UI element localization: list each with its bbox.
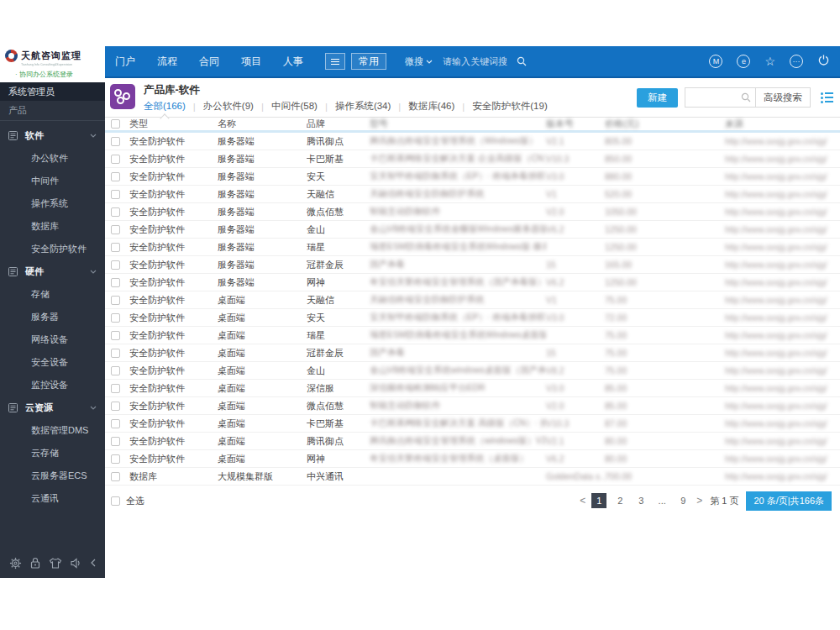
cell-version: 15 [546,260,605,270]
cell-model: 国产杀毒 [370,259,546,270]
sidebar-section-product[interactable]: 产品 [0,101,105,120]
company-subtitle: Tianhang Info Consulting&Supervision [21,62,92,66]
row-checkbox[interactable] [111,243,120,252]
advanced-search-button[interactable]: 高级搜索 [755,88,810,107]
select-all-checkbox[interactable] [111,496,120,506]
table-search-input[interactable] [685,89,741,106]
nav-item-4[interactable]: 人事 [283,55,303,69]
tab-4[interactable]: 数据库(46) [408,100,454,113]
sidebar-item-0-2[interactable]: 操作系统 [0,192,105,215]
cell-type: 安全防护软件 [129,294,218,307]
cell-version: V10.3 [546,418,605,428]
theme-shirt-icon[interactable] [49,557,62,570]
sidebar-group-0[interactable]: 软件 [0,124,105,147]
row-checkbox[interactable] [111,190,120,199]
more-ellipsis-icon[interactable]: ··· [790,55,803,68]
sound-speaker-icon[interactable] [70,557,83,570]
power-logout-icon[interactable] [817,54,830,70]
sidebar-item-0-0[interactable]: 办公软件 [0,147,105,170]
row-checkbox[interactable] [111,331,120,340]
row-checkbox[interactable] [111,402,120,411]
row-checkbox[interactable] [111,260,120,270]
cell-source: http://www.sxxjg.gov.cn/xjg/ [725,225,840,234]
sidebar-item-0-1[interactable]: 中间件 [0,170,105,192]
nav-item-2[interactable]: 合同 [199,55,219,69]
cell-model: 奇安信天擎终端安全管理系统（桌面版） [370,453,546,465]
wesearch-dropdown[interactable]: 微搜 [405,55,433,68]
tab-separator: | [462,102,465,112]
page-button-3[interactable]: 3 [633,493,648,508]
row-checkbox[interactable] [111,207,120,217]
row-checkbox[interactable] [111,296,120,305]
cell-model: 深信服终端检测响应平台EDR [370,382,546,394]
sidebar-group-2[interactable]: 云资源 [0,396,105,419]
cell-model: 金山V8终端安全系统windows桌面版（国产杀毒） [370,365,546,376]
collapse-chevron-icon[interactable] [91,559,96,567]
row-checkbox[interactable] [111,278,120,287]
prev-page-button[interactable]: < [580,495,585,507]
tab-2[interactable]: 中间件(58) [271,100,318,113]
cell-name: 桌面端 [218,312,307,324]
nav-hamburger-button[interactable] [325,53,345,70]
tab-1[interactable]: 办公软件(9) [203,100,254,113]
page-button-2[interactable]: 2 [612,493,627,508]
header-checkbox[interactable] [111,119,120,129]
sidebar-item-0-4[interactable]: 安全防护软件 [0,238,105,260]
next-page-button[interactable]: > [696,495,702,507]
cell-name: 服务器端 [218,223,307,236]
table-row: 安全防护软件服务器端安天安天智甲终端防御系统（EP）· 终端杀毒授权版V3.08… [105,168,840,186]
settings-gear-icon[interactable] [9,557,22,570]
nav-item-1[interactable]: 流程 [157,55,177,69]
column-header-2: 品牌 [307,118,370,130]
tab-5[interactable]: 安全防护软件(19) [472,100,547,113]
page-size-badge[interactable]: 20 条/页|共166条 [746,491,832,511]
sidebar-item-1-2[interactable]: 网络设备 [0,328,105,351]
row-checkbox[interactable] [111,155,120,164]
row-checkbox[interactable] [111,137,120,146]
row-checkbox[interactable] [111,437,120,446]
sidebar-item-1-3[interactable]: 安全设备 [0,351,105,374]
cell-price: 1250.00 [605,242,725,252]
nav-item-0[interactable]: 门户 [115,55,135,69]
sidebar-group-1[interactable]: 硬件 [0,260,105,283]
wesearch-label: 微搜 [405,55,423,68]
row-checkbox[interactable] [111,313,120,323]
category-tabs: 全部(166)|办公软件(9)|中间件(58)|操作系统(34)|数据库(46)… [144,100,548,113]
sidebar-item-2-3[interactable]: 云通讯 [0,487,105,510]
m-badge-icon[interactable]: M [709,55,722,68]
lock-icon[interactable] [29,557,41,570]
table-row: 安全防护软件服务器端冠群金辰国产杀毒15165.00http://www.sxx… [105,256,840,274]
nav-item-3[interactable]: 项目 [241,55,261,69]
sidebar-item-1-4[interactable]: 监控设备 [0,374,105,396]
table-row: 安全防护软件桌面端微点佰慧智能主动防御软件V2.085.00http://www… [105,397,840,415]
search-icon[interactable] [517,56,527,66]
table-row: 安全防护软件桌面端瑞星瑞星ESM防病毒终端安全系统Windows桌面版75.00… [105,327,840,344]
search-icon[interactable] [741,92,751,102]
row-checkbox[interactable] [111,366,120,375]
sidebar-item-2-2[interactable]: 云服务器ECS [0,465,105,487]
sidebar-item-2-0[interactable]: 数据管理DMS [0,419,105,442]
global-search-input[interactable] [443,56,513,66]
e-badge-icon[interactable]: e [737,55,750,68]
list-view-icon[interactable] [821,92,833,103]
row-checkbox[interactable] [111,472,120,481]
oa-login-link[interactable]: · 协同办公系统登录 [15,70,100,79]
cell-version: V6.2 [546,224,605,234]
row-checkbox[interactable] [111,172,120,181]
page-button-9[interactable]: 9 [675,493,690,508]
row-checkbox[interactable] [111,384,120,393]
row-checkbox[interactable] [111,419,120,428]
nav-common-button[interactable]: 常用 [351,53,386,70]
sidebar-item-2-1[interactable]: 云存储 [0,442,105,465]
new-button[interactable]: 新建 [637,88,678,108]
row-checkbox[interactable] [111,454,120,464]
page-button-1[interactable]: 1 [591,493,606,508]
tab-3[interactable]: 操作系统(34) [335,100,391,113]
tab-0[interactable]: 全部(166) [144,100,186,113]
row-checkbox[interactable] [111,225,120,234]
sidebar-item-1-1[interactable]: 服务器 [0,306,105,328]
sidebar-item-0-3[interactable]: 数据库 [0,215,105,238]
row-checkbox[interactable] [111,349,120,358]
sidebar-item-1-0[interactable]: 存储 [0,283,105,306]
favorite-star-icon[interactable]: ☆ [764,55,775,67]
